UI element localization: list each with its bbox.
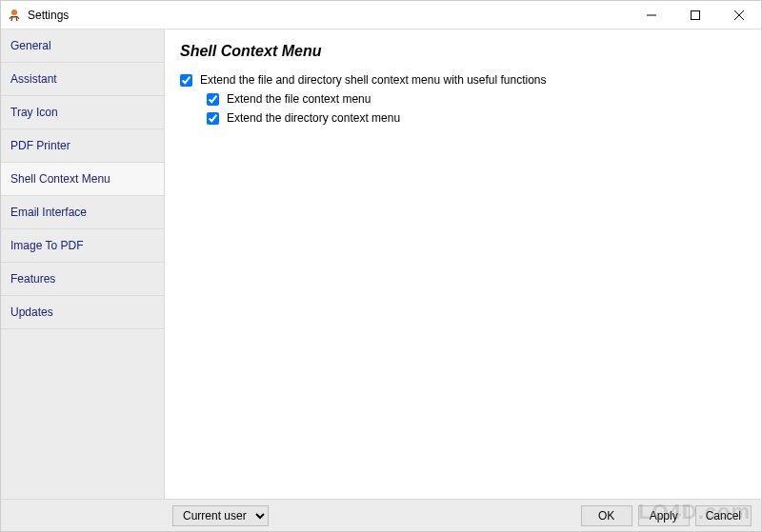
sidebar-item-label: Updates (10, 305, 53, 319)
sidebar-item-label: Assistant (10, 72, 57, 86)
option-extend-shell-menu: Extend the file and directory shell cont… (180, 73, 746, 87)
sidebar-item-label: Features (10, 272, 55, 286)
titlebar: Settings (1, 1, 761, 30)
option-extend-directory-menu: Extend the directory context menu (207, 111, 746, 125)
close-button[interactable] (717, 1, 761, 29)
checkbox-extend-shell-menu[interactable] (180, 74, 192, 87)
checkbox-extend-file-menu[interactable] (207, 93, 219, 106)
window-controls (630, 1, 761, 29)
svg-point-0 (11, 10, 17, 15)
sidebar-item-shell-context-menu[interactable]: Shell Context Menu (1, 163, 164, 196)
sidebar-item-assistant[interactable]: Assistant (1, 63, 164, 96)
sidebar-item-features[interactable]: Features (1, 263, 164, 296)
footer: Current user OK Apply Cancel (1, 499, 761, 531)
svg-rect-2 (692, 10, 700, 19)
sidebar-item-email-interface[interactable]: Email Interface (1, 196, 164, 229)
sidebar-item-tray-icon[interactable]: Tray Icon (1, 96, 164, 129)
app-icon (7, 8, 22, 23)
minimize-button[interactable] (630, 1, 673, 29)
sidebar-item-general[interactable]: General (1, 30, 164, 63)
window-body: General Assistant Tray Icon PDF Printer … (1, 30, 761, 499)
window-title: Settings (28, 9, 69, 22)
sidebar-item-label: General (10, 39, 51, 52)
sidebar-item-pdf-printer[interactable]: PDF Printer (1, 129, 164, 163)
scope-select[interactable]: Current user (172, 505, 269, 526)
option-label: Extend the directory context menu (227, 111, 400, 125)
sidebar-item-label: Shell Context Menu (10, 172, 110, 186)
sidebar-item-label: Tray Icon (10, 106, 58, 119)
sidebar-item-label: PDF Printer (10, 139, 70, 152)
maximize-button[interactable] (673, 1, 717, 29)
sidebar: General Assistant Tray Icon PDF Printer … (1, 30, 165, 499)
sidebar-item-label: Image To PDF (10, 239, 83, 252)
option-label: Extend the file context menu (227, 92, 371, 106)
page-title: Shell Context Menu (180, 43, 746, 60)
content-panel: Shell Context Menu Extend the file and d… (165, 30, 761, 499)
checkbox-extend-directory-menu[interactable] (207, 112, 219, 125)
sidebar-item-label: Email Interface (10, 206, 87, 219)
sidebar-item-updates[interactable]: Updates (1, 296, 164, 329)
settings-window: Settings General Assistant Tray Icon PDF… (0, 0, 762, 532)
cancel-button[interactable]: Cancel (695, 505, 752, 526)
sidebar-item-image-to-pdf[interactable]: Image To PDF (1, 229, 164, 263)
option-extend-file-menu: Extend the file context menu (207, 92, 746, 106)
ok-button[interactable]: OK (581, 505, 632, 526)
apply-button[interactable]: Apply (638, 505, 690, 526)
option-label: Extend the file and directory shell cont… (200, 73, 547, 87)
